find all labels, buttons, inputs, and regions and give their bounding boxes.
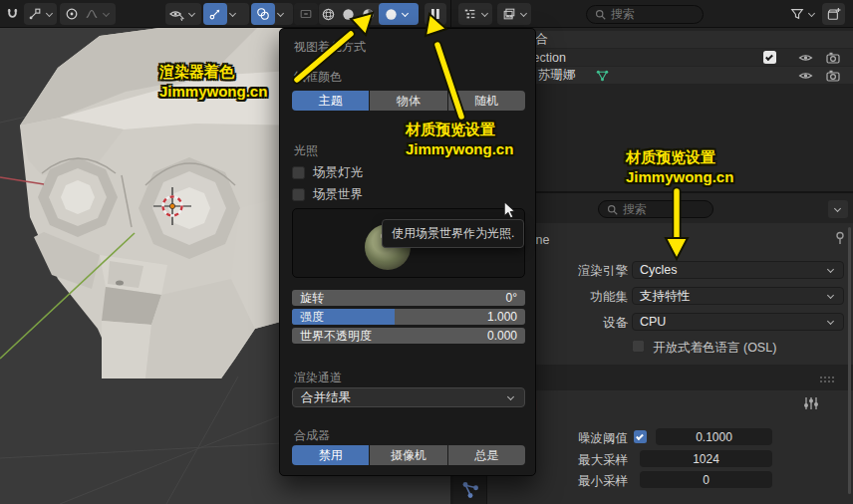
shading-dropdown-chevron[interactable] <box>402 9 409 16</box>
compositor-always-button[interactable]: 总是 <box>448 445 525 465</box>
blender-window: 场景集合 Collection 苏珊娜 <box>0 0 853 504</box>
gizmo-toggle-group <box>203 3 249 25</box>
material-preview-shading-icon[interactable] <box>359 4 378 24</box>
pause-icon <box>430 8 440 20</box>
osl-checkbox[interactable] <box>632 340 645 353</box>
show-object-types-icon <box>167 4 186 24</box>
camera-icon[interactable] <box>826 70 840 82</box>
panel-gap <box>487 365 853 390</box>
proportional-editing-icon[interactable] <box>62 4 81 24</box>
render-pass-label: 渲染通道 <box>294 370 342 386</box>
falloff-curve-icon[interactable] <box>82 4 101 24</box>
chin <box>102 321 151 378</box>
shading-mode-group <box>319 3 419 25</box>
eye-icon[interactable] <box>798 71 813 81</box>
outliner-search-input[interactable]: 搜索 <box>586 5 704 24</box>
overlays-icon[interactable] <box>251 3 275 25</box>
wire-color-label: 线框颜色 <box>294 69 342 86</box>
suzanne-label: 苏珊娜 <box>538 67 576 84</box>
popover-pointer <box>426 21 443 29</box>
render-pass-dropdown[interactable]: 合并结果 <box>292 387 525 407</box>
properties-tab-icon[interactable] <box>460 480 480 500</box>
tooltip: 使用场景世界作为光照. <box>382 219 524 248</box>
outliner-filter-dropdown[interactable] <box>497 3 531 25</box>
proportional-editing-group <box>60 3 116 25</box>
rendered-shading-icon[interactable] <box>382 4 401 24</box>
snap-target-icon <box>26 4 44 24</box>
wire-color-object-button[interactable]: 物体 <box>370 91 446 111</box>
scene-world-row[interactable]: 场景世界 <box>292 186 363 203</box>
wireframe-shading-icon[interactable] <box>319 4 338 24</box>
filter-image-icon <box>499 4 518 24</box>
mouse-cursor <box>503 201 517 219</box>
wire-color-segmented: 主题 物体 随机 <box>292 91 525 111</box>
overlays-toggle-group <box>251 3 293 25</box>
new-collection-button[interactable] <box>822 3 845 25</box>
compositor-segmented: 禁用 摄像机 总是 <box>292 445 525 465</box>
min-samples-field[interactable]: 0 <box>640 471 772 488</box>
rendered-shading-active-segment <box>379 3 419 25</box>
properties-search-input[interactable]: 搜索 <box>598 200 713 218</box>
feature-set-dropdown[interactable]: 支持特性 <box>632 287 844 305</box>
panel-grip[interactable] <box>819 376 836 382</box>
properties-search-placeholder: 搜索 <box>623 201 647 218</box>
lighting-label: 光照 <box>294 142 318 159</box>
scene-lights-row[interactable]: 场景灯光 <box>292 164 363 181</box>
xray-toggle[interactable] <box>294 3 318 25</box>
xray-icon <box>296 4 315 24</box>
header-divider <box>450 0 451 28</box>
rotation-slider[interactable]: 旋转 0° <box>292 290 525 306</box>
popover-title: 视图着色方式 <box>294 39 366 56</box>
wire-color-random-button[interactable]: 随机 <box>448 91 525 111</box>
pin-icon[interactable] <box>833 231 847 245</box>
sampling-settings-icon[interactable] <box>803 396 819 410</box>
compositor-label: 合成器 <box>294 427 330 444</box>
annotation-material-preview-2: 材质预览设置 Jimmywong.cn <box>626 147 733 188</box>
search-icon <box>595 9 606 20</box>
compositor-camera-button[interactable]: 摄像机 <box>370 445 446 465</box>
render-engine-dropdown[interactable]: Cycles <box>632 261 844 279</box>
device-dropdown[interactable]: CPU <box>632 313 844 331</box>
scene-lights-checkbox[interactable] <box>292 166 305 179</box>
mesh-data-icon <box>595 68 610 83</box>
world-opacity-slider[interactable]: 世界不透明度 0.000 <box>292 328 525 344</box>
display-mode-icon <box>460 4 479 24</box>
properties-scrollbar[interactable] <box>848 227 851 494</box>
outliner-display-mode-dropdown[interactable] <box>458 3 492 25</box>
annotation-material-preview-1: 材质预览设置 Jimmywong.cn <box>406 120 513 160</box>
osl-label: 开放式着色语言 (OSL) <box>653 340 776 357</box>
max-samples-field[interactable]: 1024 <box>640 450 772 467</box>
filter-funnel-dropdown[interactable] <box>786 3 819 25</box>
wire-color-theme-button[interactable]: 主题 <box>292 91 369 111</box>
magnet-icon[interactable] <box>3 4 22 24</box>
compositor-disabled-button[interactable]: 禁用 <box>292 445 369 465</box>
outliner-search-placeholder: 搜索 <box>611 6 635 23</box>
search-icon <box>607 204 618 215</box>
eye-icon[interactable] <box>798 53 813 63</box>
collection-exclude-checkbox[interactable] <box>763 51 776 64</box>
show-object-types-dropdown[interactable] <box>165 3 201 25</box>
noise-threshold-field[interactable]: 0.1000 <box>656 428 772 445</box>
scene-world-checkbox[interactable] <box>292 188 305 201</box>
annotation-render-shading: 渲染器着色 Jimmywong.cn <box>159 62 267 103</box>
new-collection-icon <box>826 7 841 22</box>
snap-settings-dropdown[interactable] <box>24 3 57 25</box>
filter-funnel-icon <box>788 4 806 24</box>
camera-icon[interactable] <box>826 52 840 64</box>
noise-threshold-checkbox[interactable] <box>634 430 647 443</box>
viewport-shading-popover: 视图着色方式 线框颜色 主题 物体 随机 光照 场景灯光 场景世界 旋转 0° … <box>279 28 536 476</box>
solid-shading-icon[interactable] <box>339 4 358 24</box>
gizmo-icon[interactable] <box>203 3 227 25</box>
properties-options-button[interactable] <box>828 200 848 218</box>
strength-slider[interactable]: 强度 1.000 <box>292 309 525 325</box>
